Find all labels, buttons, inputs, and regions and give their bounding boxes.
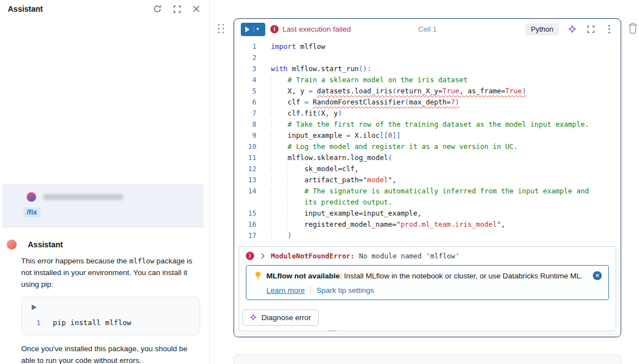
code-line[interactable]: 6 clf = RandomForestClassifier(max_depth…: [234, 96, 621, 107]
run-snippet-icon[interactable]: [32, 305, 37, 310]
refresh-icon[interactable]: [152, 4, 162, 14]
run-dropdown-icon[interactable]: ▾: [256, 27, 259, 32]
code-line[interactable]: 2: [234, 52, 621, 63]
line-number: 11: [234, 153, 256, 162]
assistant-message: Assistant This error happens because the…: [7, 240, 202, 364]
line-number: 8: [234, 120, 256, 128]
expander-chevron-icon[interactable]: [260, 253, 265, 259]
code-editor[interactable]: 1import mlflow23with mlflow.start_run():…: [234, 41, 621, 241]
spark-tip-settings-link[interactable]: Spark tip settings: [316, 286, 374, 295]
snippet-code[interactable]: pip install mlflow: [53, 318, 131, 327]
cell-toolbar: ▾ i Last execution failed Cell 1 Python: [234, 19, 621, 39]
line-number: 14: [234, 187, 256, 195]
code-line[interactable]: 8 # Take the first row of the training d…: [234, 118, 621, 129]
code-line[interactable]: 7 clf.fit(X, y): [234, 107, 621, 118]
code-line[interactable]: 4 # Train a sklearn model on the iris da…: [234, 74, 621, 85]
user-name-redacted: [43, 194, 123, 200]
code-line[interactable]: 10 # Log the model and register it as a …: [234, 141, 621, 152]
line-number: 13: [234, 176, 256, 184]
diagnose-error-label: Diagnose error: [261, 313, 311, 322]
line-number: 16: [234, 220, 256, 228]
trash-icon[interactable]: [627, 22, 639, 36]
assistant-author-label: Assistant: [28, 240, 63, 249]
error-output-row: i ModuleNotFoundError: No module named '…: [246, 252, 609, 260]
expand-cell-icon[interactable]: [586, 24, 596, 34]
run-cell-button[interactable]: ▾: [241, 23, 265, 36]
notebook-area: ▾ i Last execution failed Cell 1 Python: [210, 0, 639, 364]
line-number: 7: [234, 109, 256, 117]
kebab-menu-icon[interactable]: [604, 24, 614, 34]
dismiss-tip-icon[interactable]: ✕: [593, 271, 602, 280]
user-avatar: [27, 192, 36, 202]
assistant-paragraph: This error happens because the mlflow pa…: [21, 255, 200, 290]
line-number: 12: [234, 164, 256, 173]
fix-command-chip[interactable]: /fix: [23, 207, 41, 217]
run-icon: [245, 27, 250, 32]
assistant-paragraph-2: Once you've installed this package, you …: [21, 343, 200, 364]
line-number: 5: [234, 87, 256, 95]
language-selector[interactable]: Python: [526, 23, 559, 36]
error-info-icon: i: [246, 252, 254, 260]
code-line[interactable]: 9 input_example = X.iloc[[0]]: [234, 129, 621, 141]
line-number: 6: [234, 98, 256, 106]
link-separator: [310, 286, 311, 295]
suggested-code-block: 1 pip install mlflow: [21, 297, 200, 335]
close-icon[interactable]: [191, 4, 201, 14]
code-line[interactable]: 12 sk_model=clf,: [234, 163, 621, 174]
error-info-icon: i: [270, 25, 279, 33]
tip-text: MLflow not available: Install MLflow in …: [266, 271, 583, 281]
line-number: 2: [234, 53, 256, 62]
line-number: 17: [234, 231, 256, 240]
user-message: /fix: [2, 185, 204, 227]
execution-status: Last execution failed: [283, 25, 351, 33]
code-line[interactable]: 13 artifact_path="model",: [234, 174, 621, 185]
code-line[interactable]: 17 ): [234, 230, 621, 241]
code-line[interactable]: 14 # The signature is automatically infe…: [234, 185, 621, 196]
cell-drag-handle[interactable]: [218, 24, 225, 34]
code-line[interactable]: 3with mlflow.start_run():: [234, 63, 621, 74]
snippet-line-number: 1: [28, 318, 41, 327]
error-message: No module named 'mlflow': [359, 252, 460, 260]
line-number: 15: [234, 209, 256, 217]
mlflow-tip-banner: MLflow not available: Install MLflow in …: [246, 265, 609, 300]
lightbulb-icon: [254, 271, 262, 282]
output-console: i ModuleNotFoundError: No module named '…: [239, 246, 616, 331]
code-line[interactable]: 1import mlflow: [234, 41, 621, 52]
inline-code-mlflow: mlflow: [129, 257, 154, 265]
next-cell-preview[interactable]: [234, 355, 621, 364]
line-number: 9: [234, 131, 256, 139]
assistant-panel: Assistant /fix Assistant This error happ…: [0, 0, 210, 364]
code-line-wrap[interactable]: its predicted output.: [234, 196, 621, 207]
code-line[interactable]: 16 registered_model_name="prod.ml_team.i…: [234, 218, 621, 230]
line-number: 4: [234, 76, 256, 84]
assistant-avatar: [7, 240, 17, 250]
code-line[interactable]: 5 X, y = datasets.load_iris(return_X_y=T…: [234, 85, 621, 96]
error-name: ModuleNotFoundError:: [271, 252, 355, 260]
cell-footer: [234, 332, 621, 337]
fullscreen-icon[interactable]: [172, 4, 182, 14]
notebook-cell: ▾ i Last execution failed Cell 1 Python: [234, 18, 621, 337]
line-number: 10: [234, 142, 256, 151]
assistant-panel-title: Assistant: [8, 4, 43, 13]
assistant-panel-header: Assistant: [0, 0, 209, 14]
learn-more-link[interactable]: Learn more: [266, 286, 305, 295]
diagnose-error-button[interactable]: Diagnose error: [242, 310, 319, 326]
line-number: 3: [234, 64, 256, 73]
assistant-sparkle-icon[interactable]: [567, 24, 577, 34]
line-number: 1: [234, 42, 256, 51]
code-line[interactable]: 11 mlflow.sklearn.log_model(: [234, 152, 621, 163]
code-line[interactable]: 15 input_example=input_example,: [234, 207, 621, 218]
